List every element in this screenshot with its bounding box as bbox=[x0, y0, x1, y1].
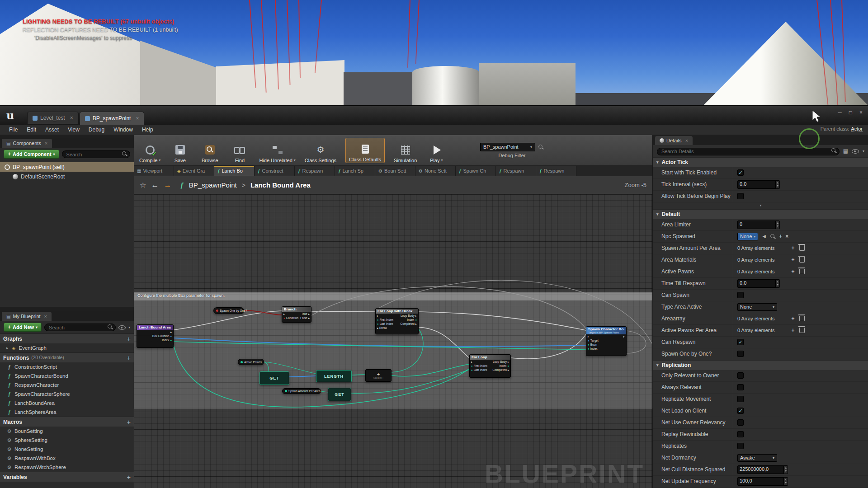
toolbar-save-button[interactable]: Save bbox=[170, 138, 190, 163]
variable-pin-icon[interactable] bbox=[241, 361, 243, 363]
blueprint-item-lanchspherearea[interactable]: ƒLanchSphereArea bbox=[0, 408, 134, 417]
checkbox[interactable] bbox=[737, 384, 744, 390]
pin-icon[interactable]: ▸ bbox=[415, 322, 417, 326]
details-section-default[interactable]: ▾Default bbox=[653, 209, 868, 219]
chevron-down-icon[interactable]: ▾ bbox=[863, 149, 864, 153]
graph-tab-lanch-bo-2[interactable]: Lanch Bo bbox=[214, 166, 255, 176]
checkbox[interactable] bbox=[737, 396, 744, 402]
back-arrow-icon[interactable]: ← bbox=[151, 181, 159, 190]
checkbox[interactable] bbox=[737, 292, 744, 298]
blueprint-graph-canvas[interactable]: Configure the multiple Box parameter for… bbox=[134, 194, 652, 488]
pin-icon[interactable]: ● bbox=[471, 368, 473, 372]
parent-class-value[interactable]: Actor bbox=[851, 126, 863, 132]
details-section-actor-tick[interactable]: ▾Actor Tick bbox=[653, 157, 868, 167]
use-selected-icon[interactable]: ◄ bbox=[761, 233, 767, 239]
number-field[interactable]: 0 bbox=[737, 221, 780, 229]
dropdown[interactable]: None▾ bbox=[737, 303, 777, 311]
toolbar-browse-button[interactable]: Browse bbox=[199, 138, 220, 163]
view-options-eye-icon[interactable] bbox=[852, 148, 859, 154]
graph-node-forloop[interactable]: For Loop▸●First Index●Last IndexLoop Bod… bbox=[469, 354, 511, 378]
menu-edit[interactable]: Edit bbox=[22, 126, 41, 134]
dropdown[interactable]: Awake▾ bbox=[737, 454, 777, 462]
pin-icon[interactable]: ▸ bbox=[415, 314, 417, 318]
eye-icon[interactable] bbox=[118, 324, 126, 330]
add-new-button[interactable]: + Add New ▾ bbox=[4, 323, 42, 332]
spinner[interactable] bbox=[775, 221, 779, 229]
blueprint-item-constructionscript[interactable]: ƒConstructionScript bbox=[0, 362, 134, 371]
checkbox[interactable]: ✓ bbox=[737, 339, 744, 345]
close-icon[interactable]: × bbox=[136, 115, 139, 122]
toolbar-hide-unrelated-button[interactable]: Hide Unrelated▾ bbox=[259, 138, 295, 163]
menu-asset[interactable]: Asset bbox=[41, 126, 63, 134]
checkbox[interactable] bbox=[737, 431, 744, 437]
pin-icon[interactable]: ● bbox=[377, 318, 379, 322]
asset-dropdown[interactable]: None▾ bbox=[737, 233, 758, 240]
trash-icon[interactable] bbox=[799, 269, 805, 274]
tab-details[interactable]: Details × bbox=[655, 136, 693, 145]
checkbox[interactable] bbox=[737, 351, 744, 357]
graph-tab-respawn-4[interactable]: Respawn bbox=[295, 166, 335, 176]
pin-icon[interactable]: ▸ bbox=[471, 360, 472, 364]
window-tab-bp_spawnpoint[interactable]: BP_spawnPoint× bbox=[80, 112, 145, 125]
graph-tab-event-gra-1[interactable]: Event Gra bbox=[174, 166, 214, 176]
components-search-input[interactable] bbox=[62, 150, 130, 158]
pin-icon[interactable]: ● bbox=[283, 316, 285, 320]
spinner[interactable] bbox=[775, 280, 779, 287]
close-icon[interactable]: × bbox=[44, 314, 47, 319]
graph-node-spawn-character[interactable]: Spawn Character BoundTarget is BP Spawn … bbox=[586, 326, 627, 356]
debug-object-dropdown[interactable]: BP_spawnPoint ▾ bbox=[480, 143, 535, 151]
trash-icon[interactable] bbox=[799, 316, 805, 321]
checkbox[interactable]: ✓ bbox=[737, 408, 744, 414]
add-icon[interactable]: + bbox=[127, 419, 131, 425]
pin-icon[interactable]: ▸ bbox=[377, 314, 378, 318]
forward-arrow-icon[interactable]: → bbox=[164, 181, 171, 190]
window-minimize-button[interactable]: ─ bbox=[838, 109, 842, 116]
add-icon[interactable]: + bbox=[127, 474, 131, 480]
checkbox[interactable]: ✓ bbox=[737, 169, 744, 176]
graph-tab-none-sett-7[interactable]: None Sett bbox=[415, 166, 456, 176]
blueprint-item-respawnwitchsphere[interactable]: ⚙RespawnWitchSphere bbox=[0, 463, 134, 472]
tab-components[interactable]: ▤ Components × bbox=[2, 139, 52, 148]
graph-node-entry[interactable]: Lanch Bound Area▸Box Collision●Index● bbox=[137, 324, 174, 348]
component-item[interactable]: DefaultSceneRoot bbox=[0, 172, 134, 181]
window-maximize-button[interactable]: □ bbox=[849, 109, 852, 116]
add-element-icon[interactable]: + bbox=[792, 257, 795, 263]
pin-icon[interactable]: ● bbox=[507, 364, 509, 368]
add-element-icon[interactable]: + bbox=[792, 245, 795, 251]
menu-file[interactable]: File bbox=[5, 126, 22, 134]
graph-tab-construct-3[interactable]: Construct bbox=[255, 166, 295, 176]
pin-icon[interactable]: ▸ bbox=[308, 312, 310, 316]
graph-tab-viewport-0[interactable]: Viewport bbox=[134, 166, 174, 176]
toolbar-compile-button[interactable]: Compile▾ bbox=[139, 138, 160, 163]
section-header-functions[interactable]: Functions(20 Overridable)+ bbox=[0, 352, 134, 362]
pin-icon[interactable]: ▸ bbox=[508, 360, 509, 364]
section-header-graphs[interactable]: Graphs+ bbox=[0, 333, 134, 343]
pin-icon[interactable]: ▸ bbox=[588, 335, 589, 338]
pin-icon[interactable]: ● bbox=[471, 364, 473, 368]
number-field[interactable]: 0,0 bbox=[737, 279, 780, 288]
graph-node-get-2[interactable]: GET bbox=[328, 388, 351, 401]
pin-icon[interactable]: ▸ bbox=[623, 335, 625, 338]
checkbox[interactable] bbox=[737, 443, 744, 449]
blueprint-item-respawnwithbox[interactable]: ⚙RespawnWithBox bbox=[0, 454, 134, 463]
graph-node-spawn-one-pill[interactable]: Spawn One by One? bbox=[213, 307, 244, 314]
close-icon[interactable]: × bbox=[685, 138, 688, 143]
menu-view[interactable]: View bbox=[63, 126, 84, 134]
blueprint-item-spheresetting[interactable]: ⚙SphereSetting bbox=[0, 436, 134, 445]
details-section-replication[interactable]: ▾Replication bbox=[653, 360, 868, 370]
component-item[interactable]: BP_spawnPoint (self) bbox=[0, 162, 134, 172]
pin-icon[interactable]: ● bbox=[377, 322, 379, 326]
add-icon[interactable]: + bbox=[127, 336, 131, 342]
graph-node-forloop-break[interactable]: For Loop with Break▸●First Index●Last In… bbox=[375, 308, 419, 334]
spinner[interactable] bbox=[783, 478, 788, 485]
pin-icon[interactable]: ▸ bbox=[508, 368, 509, 372]
graph-tab-respawn-10[interactable]: Respawn bbox=[536, 166, 576, 176]
graph-node-spawn-amount-pill[interactable]: Spawn Amount Per Area bbox=[282, 388, 321, 394]
trash-icon[interactable] bbox=[799, 328, 805, 333]
number-field[interactable]: 0,0 bbox=[737, 180, 780, 189]
tab-my-blueprint[interactable]: ▤ My Blueprint × bbox=[2, 312, 52, 321]
blueprint-item-bounsetting[interactable]: ⚙BounSetting bbox=[0, 427, 134, 436]
window-close-button[interactable]: × bbox=[859, 109, 863, 116]
graph-tab-boun-sett-6[interactable]: Boun Sett bbox=[375, 166, 415, 176]
toolbar-class-settings-button[interactable]: Class Settings bbox=[305, 138, 336, 163]
